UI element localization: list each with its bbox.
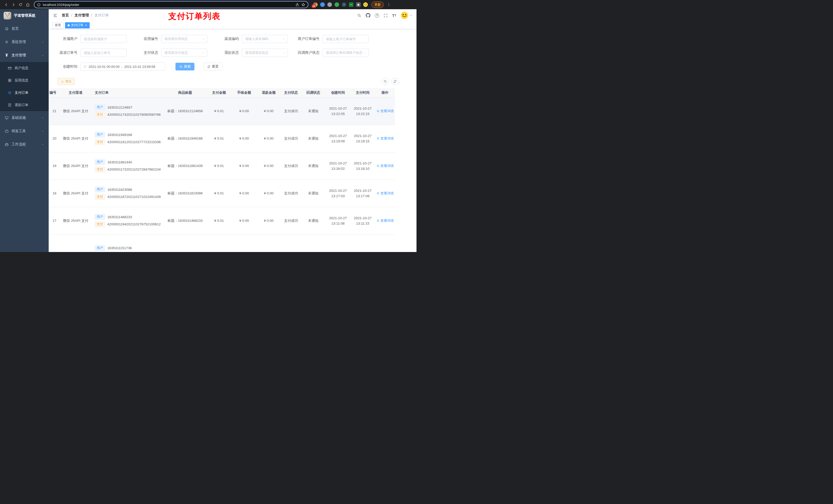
- sidebar: 芋道管理系统 首页 系统管理 ¥ 支付管理: [0, 9, 49, 252]
- view-detail-link[interactable]: 查看详情: [377, 191, 394, 196]
- font-size-icon[interactable]: TT: [392, 14, 396, 18]
- sidebar-item-label: 首页: [11, 26, 19, 31]
- channel-code-select[interactable]: 请输入渠道编码: [242, 35, 288, 43]
- gear-icon: [5, 40, 9, 44]
- cell-amount: [206, 234, 232, 252]
- vue-devtools-icon[interactable]: V: [342, 2, 346, 7]
- filter-refund-status: 退款状态 请选择退款状态: [214, 49, 288, 57]
- url-text: localhost:1024/pay/order: [43, 3, 293, 7]
- notify-status-select[interactable]: 请选择订单回调商户状态: [323, 49, 368, 57]
- cell-notify: 未通知: [301, 125, 326, 152]
- tab-pay-order[interactable]: 支付订单 ×: [65, 22, 90, 28]
- monitor-icon: [5, 116, 9, 120]
- sidebar-item-home[interactable]: 首页: [0, 22, 49, 35]
- reload-icon[interactable]: [17, 1, 24, 8]
- app-logo-row[interactable]: 芋道管理系统: [0, 9, 49, 22]
- filter-label: 渠道订单号: [52, 50, 80, 55]
- cell-create-time: 2021-10-2713:22:05: [326, 97, 351, 125]
- channel-order-no-input[interactable]: [80, 49, 126, 57]
- share-icon[interactable]: [295, 3, 299, 7]
- info-icon[interactable]: [37, 3, 41, 7]
- search-button[interactable]: 搜索: [175, 63, 194, 70]
- cell-refund: ¥ 0.00: [256, 207, 281, 234]
- forward-icon[interactable]: [10, 1, 17, 8]
- pay-status-select[interactable]: 请选择支付状态: [161, 49, 207, 57]
- app-no-select[interactable]: 请选择应用信息: [161, 35, 207, 43]
- cell-id: 19: [49, 152, 59, 179]
- back-icon[interactable]: [3, 1, 10, 8]
- user-avatar[interactable]: [401, 11, 412, 19]
- target-icon: [8, 91, 12, 95]
- magnifier-icon: [377, 219, 380, 222]
- extension-icon-book[interactable]: [349, 2, 354, 7]
- toggle-search-button[interactable]: [382, 78, 389, 85]
- star-icon[interactable]: [301, 3, 305, 7]
- address-bar[interactable]: localhost:1024/pay/order: [34, 1, 308, 8]
- chevron-up-icon: [41, 54, 44, 57]
- pay-tag: 支付: [95, 194, 105, 200]
- reset-button[interactable]: 重置: [204, 63, 222, 70]
- tab-home[interactable]: 首页: [52, 22, 64, 28]
- breadcrumb-current: 支付订单: [95, 13, 109, 18]
- table-header-row: 编号 支付渠道 支付订单 商品标题 支付金额 手续金额 退款金额 支付状态 回调…: [49, 88, 395, 97]
- update-button[interactable]: 更新: [372, 2, 384, 8]
- breadcrumb-home[interactable]: 首页: [62, 13, 69, 18]
- payment-submenu: 商户信息 应用信息 支付订单 退款订单: [0, 62, 49, 111]
- export-button[interactable]: 导出: [57, 78, 75, 85]
- cell-fee: ¥ 0.00: [232, 152, 256, 179]
- breadcrumb-payment[interactable]: 支付管理: [74, 13, 89, 18]
- sidebar-item-system[interactable]: 系统管理: [0, 35, 49, 49]
- cell-title: 标题：1635311468233: [164, 207, 206, 234]
- cell-fee: ¥ 0.00: [232, 207, 256, 234]
- home-icon[interactable]: [24, 1, 31, 8]
- table-tools: [382, 78, 399, 85]
- cell-create-time: 2021-10-2713:11:08: [326, 207, 351, 234]
- help-icon[interactable]: ?: [375, 13, 379, 18]
- sidebar-item-merchant-info[interactable]: 商户信息: [0, 62, 49, 74]
- sidebar-item-refund-order[interactable]: 退款订单: [0, 99, 49, 111]
- github-icon[interactable]: [366, 13, 371, 18]
- date-separator: -: [121, 65, 122, 69]
- merchant-order-no: 1635311151736: [107, 246, 132, 250]
- cell-refund: ¥ 0.00: [256, 125, 281, 152]
- toolbox-icon: [5, 129, 9, 133]
- menu-dots-icon[interactable]: [385, 1, 392, 8]
- sidebar-item-workflow[interactable]: 工作流程: [0, 138, 49, 151]
- sidebar-item-infrastructure[interactable]: 基础设施: [0, 111, 49, 124]
- cell-notify: 未通知: [301, 97, 326, 125]
- tab-label: 首页: [55, 23, 61, 27]
- view-detail-link[interactable]: 查看详情: [377, 218, 394, 223]
- sidebar-item-app-info[interactable]: 应用信息: [0, 74, 49, 87]
- table-row: 20 微信 JSAPI 支付 商户 1635311949168 支付 42000…: [49, 125, 395, 152]
- view-detail-link[interactable]: 查看详情: [377, 164, 394, 168]
- view-detail-link[interactable]: 查看详情: [377, 109, 394, 114]
- sidebar-item-payment[interactable]: ¥ 支付管理: [0, 49, 49, 62]
- cell-pay-order: 商户 1635311949168 支付 42000011812021102777…: [92, 125, 164, 152]
- extension-icon-green[interactable]: [335, 2, 339, 7]
- app-logo: [4, 12, 11, 20]
- merchant-order-no-input[interactable]: [323, 35, 368, 43]
- close-icon[interactable]: ×: [85, 24, 87, 27]
- refresh-table-button[interactable]: [391, 78, 399, 85]
- extension-icon-colorful[interactable]: 10: [313, 2, 318, 7]
- extension-icon-gray[interactable]: [327, 2, 332, 7]
- profile-avatar[interactable]: [363, 2, 368, 7]
- puzzle-icon[interactable]: [356, 2, 361, 7]
- fullscreen-icon[interactable]: [383, 13, 388, 18]
- page-content: 所属商户 应用编号 请选择应用信息 渠道编码: [49, 29, 416, 252]
- cell-amount: ¥ 0.01: [206, 125, 232, 152]
- sidebar-item-label: 支付订单: [15, 90, 28, 95]
- refund-status-select[interactable]: 请选择退款状态: [242, 49, 288, 57]
- sidebar-item-pay-order[interactable]: 支付订单: [0, 87, 49, 99]
- cell-id: [49, 234, 59, 252]
- sidebar-item-dev-tools[interactable]: 研发工具: [0, 124, 49, 138]
- view-detail-link[interactable]: 查看详情: [377, 136, 394, 141]
- hamburger-icon[interactable]: [53, 13, 57, 18]
- search-icon[interactable]: [357, 13, 361, 18]
- toolbox-icon: [5, 142, 9, 146]
- create-time-range[interactable]: 2021-10-01 00:00:00 - 2021-10-31 23:59:5…: [80, 63, 165, 71]
- filter-merchant-order-no: 商户订单编号: [294, 35, 368, 43]
- cell-notify: [301, 234, 326, 252]
- extension-icon-blue[interactable]: [320, 2, 325, 7]
- merchant-input[interactable]: [80, 35, 126, 43]
